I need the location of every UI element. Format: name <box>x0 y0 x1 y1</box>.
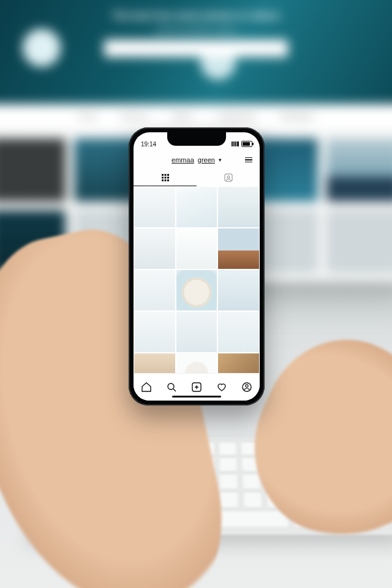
svg-point-11 <box>168 383 174 390</box>
signal-icon <box>232 141 239 146</box>
profile-icon <box>241 382 252 393</box>
monitor-hero-title: The best free stock photos & videos <box>112 10 281 21</box>
battery-icon <box>241 141 252 147</box>
nav-activity[interactable] <box>216 381 228 393</box>
nav-search[interactable] <box>165 381 178 393</box>
svg-rect-5 <box>167 176 169 178</box>
svg-line-12 <box>173 389 176 391</box>
grid-photo[interactable] <box>176 186 218 228</box>
profile-header[interactable]: emmaa green ▾ <box>134 151 260 169</box>
nav-home[interactable] <box>140 381 153 393</box>
svg-rect-7 <box>164 179 166 181</box>
nav-add[interactable] <box>190 381 203 393</box>
svg-rect-2 <box>167 174 169 176</box>
tab-grid[interactable] <box>134 169 197 186</box>
tab-tagged[interactable] <box>197 169 260 186</box>
monitor-nav: Home Discover Videos Leaderboard Challen… <box>0 104 392 129</box>
phone-notch <box>167 132 226 146</box>
username-part: emmaa <box>172 156 194 164</box>
menu-icon[interactable] <box>245 157 252 163</box>
grid-photo[interactable] <box>134 353 176 374</box>
grid-photo[interactable] <box>134 228 176 270</box>
phone-screen: 19:14 emmaa green ▾ <box>134 132 260 401</box>
grid-photo[interactable] <box>217 186 260 228</box>
monitor-hero: The best free stock photos & videos shar… <box>0 0 392 104</box>
monitor-hero-subtitle: shared by talented creators <box>155 26 236 34</box>
gallery-thumb <box>326 138 392 202</box>
monitor-nav-item: Challenges <box>279 113 313 120</box>
svg-rect-8 <box>167 179 169 181</box>
grid-icon <box>162 174 169 181</box>
grid-photo[interactable] <box>134 270 176 311</box>
monitor-nav-item: Home <box>78 113 96 120</box>
grid-photo[interactable] <box>176 228 218 270</box>
monitor-search-input <box>104 40 288 57</box>
plus-square-icon <box>191 382 202 393</box>
svg-rect-1 <box>164 174 166 176</box>
grid-photo[interactable] <box>176 270 218 311</box>
grid-photo[interactable] <box>176 311 218 353</box>
svg-rect-3 <box>162 176 164 178</box>
chevron-down-icon: ▾ <box>219 157 222 163</box>
monitor-nav-item: Leaderboard <box>217 113 255 120</box>
svg-rect-4 <box>164 176 166 178</box>
search-icon <box>166 382 177 393</box>
grid-photo[interactable] <box>217 311 260 353</box>
svg-rect-0 <box>162 174 164 176</box>
photo-scene: The best free stock photos & videos shar… <box>0 0 392 588</box>
svg-point-10 <box>227 176 230 178</box>
grid-photo[interactable] <box>217 270 260 311</box>
svg-point-17 <box>246 385 248 387</box>
grid-photo[interactable] <box>134 186 176 228</box>
nav-profile[interactable] <box>241 381 253 393</box>
svg-rect-9 <box>225 174 232 181</box>
monitor-nav-item: Videos <box>172 113 192 120</box>
phone-device: 19:14 emmaa green ▾ <box>129 127 265 405</box>
heart-icon <box>216 382 227 393</box>
grid-photo[interactable] <box>134 311 176 353</box>
grid-photo[interactable] <box>217 353 260 374</box>
gallery-thumb <box>326 210 392 273</box>
grid-photo[interactable] <box>176 353 218 374</box>
grid-photo[interactable] <box>217 228 260 270</box>
profile-view-tabs <box>134 169 260 187</box>
monitor-nav-item: Discover <box>121 113 148 120</box>
photo-grid[interactable] <box>134 186 260 374</box>
status-time: 19:14 <box>141 141 156 148</box>
tagged-icon <box>224 173 233 182</box>
svg-rect-6 <box>162 179 164 181</box>
home-indicator[interactable] <box>172 396 221 398</box>
username-part: green <box>198 156 215 164</box>
gallery-thumb <box>0 138 66 202</box>
home-icon <box>141 382 152 393</box>
